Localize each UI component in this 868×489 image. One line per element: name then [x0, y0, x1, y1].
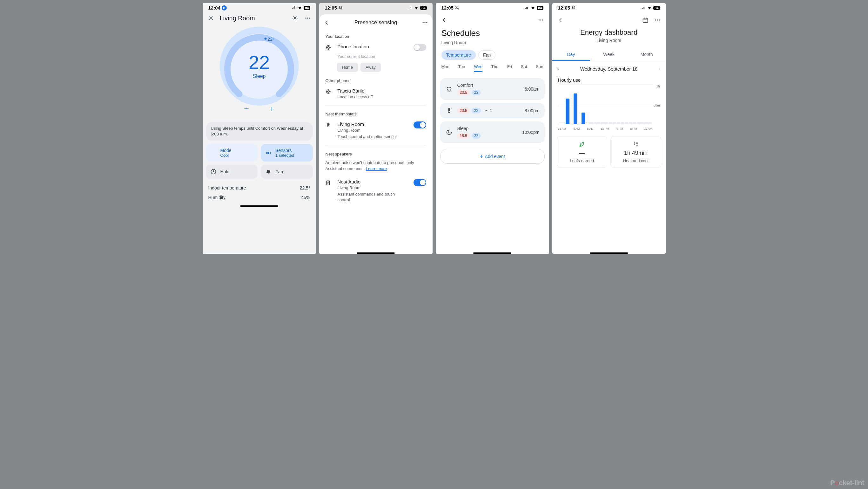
more-icon[interactable]	[421, 19, 429, 26]
wifi-icon	[297, 6, 302, 10]
screen-thermostat: 12:04 84 Living Room 225 22 Sleep	[203, 3, 316, 254]
row-thermostat[interactable]: Living RoomLiving RoomTouch control and …	[319, 118, 433, 143]
more-icon[interactable]	[654, 16, 661, 24]
more-icon[interactable]	[537, 16, 545, 24]
row-speaker[interactable]: Nest AudioLiving RoomAssistant commands …	[319, 176, 433, 206]
seg-away[interactable]: Away	[361, 63, 381, 72]
row-other-phone[interactable]: Tascia BarileLocation access off	[319, 85, 433, 103]
section-nest-speakers: Nest speakers	[319, 148, 433, 159]
schedule-event[interactable]: Comfort 20.523 6:00am	[440, 78, 545, 100]
status-time: 12:05	[325, 5, 337, 10]
back-icon[interactable]	[557, 16, 564, 24]
svg-point-21	[655, 20, 656, 20]
status-time: 12:05	[558, 5, 570, 10]
svg-point-16	[538, 20, 539, 20]
hourly-label: Hourly use	[552, 76, 666, 86]
chart-bar	[640, 122, 644, 124]
screen-schedules: 12:05 84 Schedules Living Room Temperatu…	[436, 3, 549, 254]
back-icon[interactable]	[323, 19, 331, 26]
heatcool-icon	[632, 141, 639, 148]
day-tue[interactable]: Tue	[458, 64, 465, 72]
home-indicator	[473, 253, 512, 254]
add-event-button[interactable]: +Add event	[440, 149, 545, 164]
chip-fan[interactable]: Fan	[478, 50, 495, 60]
room-title: Living Room	[220, 15, 286, 22]
schedule-event[interactable]: 20.5221 8:00pm	[440, 103, 545, 118]
tile-hold[interactable]: Hold	[206, 165, 258, 179]
silent-icon	[571, 6, 576, 10]
page-subtitle: Living Room	[552, 38, 666, 43]
day-sun[interactable]: Sun	[536, 64, 543, 72]
chip-temperature[interactable]: Temperature	[441, 50, 476, 60]
day-thu[interactable]: Thu	[491, 64, 498, 72]
chart-bar	[566, 98, 569, 124]
crosshair-icon	[326, 45, 331, 50]
back-icon[interactable]	[440, 16, 448, 24]
row-phone-location[interactable]: Phone location	[319, 41, 433, 54]
day-wed[interactable]: Wed	[474, 64, 483, 72]
status-time: 12:05	[441, 5, 454, 10]
learn-more-link[interactable]: Learn more	[366, 166, 387, 171]
chart-bar	[609, 122, 612, 124]
svg-point-11	[328, 91, 329, 92]
day-fri[interactable]: Fri	[507, 64, 512, 72]
speaker-icon	[326, 180, 331, 186]
heart-icon	[445, 86, 453, 92]
date-prev[interactable]: ‹	[557, 66, 559, 71]
battery-badge: 84	[537, 6, 543, 10]
silent-icon	[338, 6, 343, 10]
more-icon[interactable]	[304, 14, 312, 22]
chart-bar	[625, 122, 628, 124]
range-tabs: DayWeekMonth	[552, 49, 666, 61]
silent-icon	[455, 6, 459, 10]
card-leafs[interactable]: — Leafs earned	[557, 136, 608, 168]
clock-icon	[210, 169, 217, 175]
chart-bar	[597, 122, 600, 124]
card-heatcool[interactable]: 1h 49min Heat and cool	[611, 136, 661, 168]
sensor-count: 1	[485, 108, 492, 113]
tab-month[interactable]: Month	[628, 49, 666, 61]
location-icon	[222, 5, 227, 10]
svg-point-12	[327, 90, 330, 93]
tile-fan[interactable]: Fan	[261, 165, 313, 179]
toggle-speaker[interactable]	[413, 179, 426, 186]
tile-sensors[interactable]: Sensors1 selected	[261, 144, 313, 162]
svg-point-17	[540, 20, 541, 20]
humidity-value: 45%	[301, 195, 310, 200]
header: Presence sensing	[319, 14, 433, 31]
indoor-temp-label: Indoor temperature	[208, 185, 246, 191]
calendar-icon[interactable]	[642, 16, 649, 24]
toggle-thermostat[interactable]	[413, 121, 426, 128]
toggle-phone-location[interactable]	[413, 44, 426, 51]
svg-point-22	[657, 20, 658, 20]
sensor-icon	[265, 150, 272, 156]
chart-bar	[589, 122, 593, 124]
leaf-icon	[578, 141, 585, 148]
page-subtitle: Living Room	[441, 40, 544, 45]
home-indicator	[356, 253, 395, 254]
cellular-icon	[291, 6, 296, 10]
tab-day[interactable]: Day	[552, 49, 590, 61]
close-icon[interactable]	[207, 14, 215, 22]
tab-week[interactable]: Week	[590, 49, 628, 61]
tile-grid: ModeCool Sensors1 selected Hold Fan	[203, 144, 316, 179]
day-mon[interactable]: Mon	[441, 64, 450, 72]
wifi-icon	[647, 6, 652, 10]
day-tabs: MonTueWedThuFriSatSun	[436, 64, 549, 75]
temp-down-button[interactable]: −	[241, 103, 252, 114]
svg-point-4	[268, 152, 269, 153]
dial[interactable]: 225 22 Sleep	[219, 26, 299, 106]
date-next[interactable]: ›	[659, 66, 660, 71]
seg-home[interactable]: Home	[337, 63, 358, 72]
page-title: Presence sensing	[331, 20, 421, 26]
tile-mode[interactable]: ModeCool	[206, 144, 258, 162]
chart-bar	[617, 122, 620, 124]
day-sat[interactable]: Sat	[521, 64, 527, 72]
gear-icon[interactable]	[291, 14, 299, 22]
humidity-label: Humidity	[208, 195, 225, 200]
schedule-event[interactable]: Sleep 18.522 10:00pm	[440, 121, 545, 143]
nest-speakers-desc: Ambient noise won't contribute to presen…	[319, 159, 433, 176]
thermo-icon	[445, 108, 453, 114]
header: Living Room	[203, 12, 316, 25]
temp-up-button[interactable]: +	[267, 103, 277, 114]
